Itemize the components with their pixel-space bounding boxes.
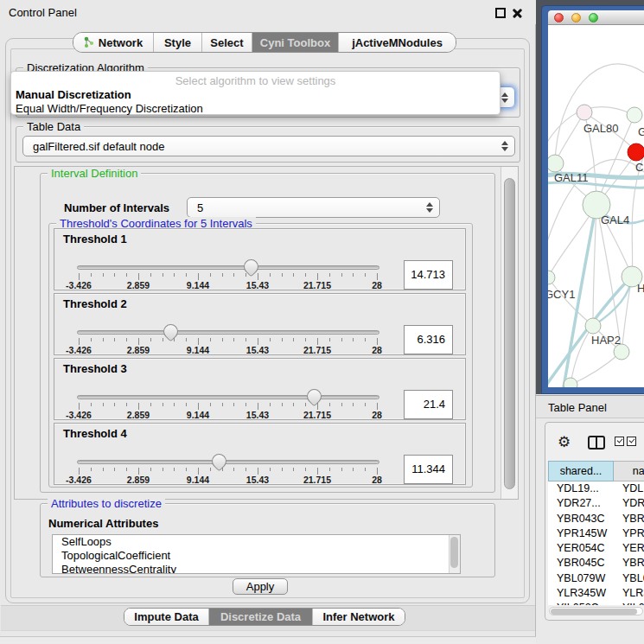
slider-tick — [270, 468, 271, 471]
threshold-value-field[interactable]: 6.316 — [404, 325, 453, 354]
attribute-list-item[interactable]: SelfLoops — [53, 535, 460, 549]
slider-tick — [233, 403, 234, 406]
slider-tick-label: 21.715 — [303, 475, 331, 485]
combo-stepper-icon — [501, 92, 507, 103]
zoom-window-icon[interactable] — [589, 13, 598, 22]
threshold-slider-thumb[interactable] — [304, 386, 325, 406]
tab-infer-network[interactable]: Infer Network — [312, 609, 405, 625]
threshold-slider-track[interactable] — [77, 330, 379, 335]
threshold-slider-thumb[interactable] — [208, 450, 229, 471]
table-columns-icon[interactable] — [588, 436, 605, 450]
table-settings-gear-icon[interactable]: ⚙ — [558, 433, 571, 451]
number-of-intervals-combo[interactable]: 5 — [187, 197, 440, 218]
table-data-combo[interactable]: galFiltered.sif default node — [22, 136, 515, 156]
attributes-list-scrollbar[interactable] — [449, 535, 460, 573]
slider-tick — [150, 403, 151, 406]
slider-tick — [270, 273, 271, 277]
table-select-columns-icon[interactable] — [615, 437, 641, 448]
threshold-value-field[interactable]: 14.713 — [404, 260, 453, 290]
slider-tick — [186, 273, 187, 277]
network-node[interactable] — [577, 105, 592, 120]
close-window-icon[interactable] — [554, 13, 564, 22]
slider-tick — [341, 403, 342, 406]
slider-tick — [114, 468, 115, 471]
slider-tick — [293, 338, 294, 341]
slider-tick — [317, 338, 318, 345]
slider-tick — [210, 273, 211, 277]
network-node[interactable] — [628, 143, 644, 161]
control-panel-titlebar: Control Panel — [0, 0, 536, 24]
table-row[interactable]: YDR27...YDR2 — [548, 496, 644, 511]
threshold-slider-track[interactable] — [77, 460, 379, 464]
popup-item-equal-width[interactable]: Equal Width/Frequency Discretization — [16, 102, 203, 115]
tab-jactivemnodules[interactable]: jActiveMNodules — [338, 33, 456, 52]
tab-network[interactable]: Network — [73, 33, 153, 52]
numerical-attributes-list[interactable]: SelfLoopsTopologicalCoefficientBetweenne… — [52, 534, 461, 574]
table-data-label: Table Data — [23, 120, 84, 133]
table-row[interactable]: YBR043CYBR0 — [548, 512, 644, 526]
slider-tick — [138, 403, 139, 410]
attribute-list-item[interactable]: BetweennessCentrality — [53, 563, 460, 574]
tab-select[interactable]: Select — [201, 33, 252, 52]
threshold-panel: Threshold 1 14.713 -3.4262.8599.14415.43… — [54, 228, 466, 290]
table-row[interactable]: YBR045CYBR0 — [548, 556, 644, 571]
tab-impute-data[interactable]: Impute Data — [124, 609, 208, 625]
network-node[interactable] — [564, 378, 577, 387]
slider-tick — [282, 273, 283, 277]
threshold-panel: Threshold 3 21.4 -3.4262.8599.14415.4321… — [54, 358, 466, 420]
table-row[interactable]: YPR145WYPR1 — [548, 526, 644, 541]
threshold-slider-thumb[interactable] — [161, 321, 182, 341]
slider-tick — [353, 273, 354, 277]
combo-stepper-icon — [426, 202, 432, 213]
slider-tick-label: 28 — [372, 410, 382, 420]
table-row[interactable]: YER054CYER0 — [548, 541, 644, 556]
table-row[interactable]: YLR345WYLR3 — [548, 586, 644, 601]
network-node[interactable] — [548, 271, 555, 284]
table-horizontal-scrollbar-thumb[interactable] — [551, 609, 637, 615]
close-panel-icon[interactable] — [512, 8, 523, 19]
minimize-window-icon[interactable] — [571, 13, 581, 22]
float-panel-icon[interactable] — [495, 8, 506, 18]
column-header-shared-name[interactable]: shared... — [548, 461, 614, 481]
slider-tick — [377, 468, 378, 475]
checkbox-icon — [627, 437, 636, 446]
network-canvas[interactable]: GAL80GACGAL11GAL4HGCY1HAP2 — [548, 25, 644, 387]
threshold-slider-track[interactable] — [77, 395, 379, 399]
popup-item-manual-discretization[interactable]: Manual Discretization — [16, 88, 131, 101]
network-node[interactable] — [627, 107, 642, 123]
slider-tick — [329, 273, 330, 277]
network-node[interactable] — [548, 155, 564, 172]
slider-tick — [365, 468, 366, 471]
slider-tick — [258, 273, 258, 280]
settings-scrollbar-thumb[interactable] — [504, 178, 515, 489]
tab-cyni-toolbox[interactable]: Cyni Toolbox — [252, 33, 338, 52]
table-row[interactable]: YDL19...YDL1 — [548, 481, 644, 496]
tab-style[interactable]: Style — [153, 33, 201, 52]
table-data-combo-value: galFiltered.sif default node — [33, 140, 164, 153]
slider-tick-label: 15.43 — [246, 280, 269, 290]
network-node-label: GAL80 — [583, 122, 618, 135]
slider-tick — [305, 468, 306, 471]
slider-tick — [91, 338, 92, 341]
table-row[interactable]: YIL052CYIL0 — [548, 601, 644, 605]
slider-tick — [222, 273, 223, 277]
threshold-slider-track[interactable] — [77, 265, 379, 270]
network-node-label: GAL4 — [601, 214, 629, 226]
slider-tick — [245, 468, 246, 471]
apply-button[interactable]: Apply — [233, 578, 288, 595]
slider-tick — [210, 468, 211, 471]
attributes-list-scrollbar-thumb[interactable] — [450, 537, 458, 568]
slider-tick — [233, 273, 234, 277]
threshold-value-field[interactable]: 21.4 — [404, 390, 453, 419]
attribute-list-item[interactable]: TopologicalCoefficient — [53, 549, 460, 563]
tab-discretize-data[interactable]: Discretize Data — [208, 609, 312, 625]
network-node[interactable] — [585, 318, 601, 334]
slider-tick — [377, 338, 378, 345]
slider-tick — [317, 403, 318, 410]
tab-network-label: Network — [99, 36, 143, 49]
column-header-name[interactable]: name — [614, 461, 644, 481]
threshold-value-field[interactable]: 11.344 — [404, 455, 453, 484]
slider-tick — [377, 273, 378, 280]
table-row[interactable]: YBL079WYBL0 — [548, 571, 644, 586]
slider-tick — [222, 403, 223, 406]
